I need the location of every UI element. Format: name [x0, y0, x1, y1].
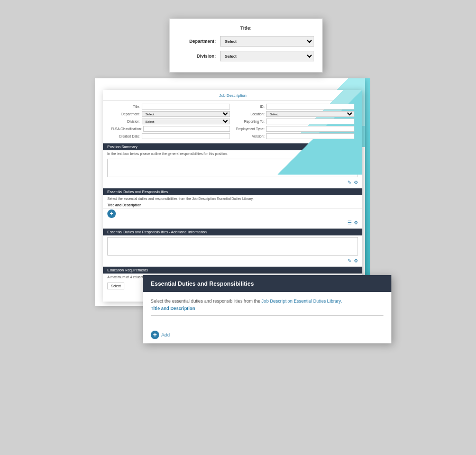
created-field: Created Date: [111, 133, 230, 139]
created-input[interactable] [142, 133, 230, 139]
title-popup: Title: Department: Select Division: Sele… [169, 19, 323, 72]
flsa-label: FLSA Classification: [111, 127, 142, 131]
essential-duties-add-button[interactable]: + [103, 208, 362, 219]
popup-library-link[interactable]: Job Description Essential Duties Library… [261, 298, 342, 304]
popup-department-select[interactable]: Select [220, 36, 314, 47]
popup-title: Title: [178, 25, 314, 31]
division-select[interactable]: Select [142, 119, 230, 124]
title-label: Title: [111, 105, 140, 108]
department-select[interactable]: Select [142, 111, 230, 117]
list-icon[interactable]: ☰ [347, 220, 352, 225]
popup-division-field: Division: Select [178, 51, 314, 61]
version-field: Version: [235, 133, 354, 139]
popup-add-button[interactable]: + Add [143, 326, 391, 343]
employment-field: Employment Type: [235, 126, 354, 132]
popup-sub-link[interactable]: Title and Description [151, 306, 383, 311]
location-field: Location: Select [235, 111, 354, 117]
essential-duties-popup: Essential Duties and Responsibilities Se… [143, 275, 391, 343]
popup-instruction-text: Select the essential duties and responsi… [151, 298, 260, 304]
popup-department-label: Department: [178, 39, 220, 44]
location-label: Location: [235, 112, 264, 116]
location-select[interactable]: Select [266, 111, 354, 117]
add-label: Add [161, 332, 170, 338]
settings-icon[interactable]: ⚙ [354, 180, 358, 185]
education-select-button[interactable]: Select [107, 283, 124, 289]
version-input[interactable] [266, 133, 354, 139]
title-field: Title: [111, 104, 230, 110]
version-label: Version: [235, 134, 264, 138]
employment-label: Employment Type: [235, 127, 264, 131]
popup-department-field: Department: Select [178, 36, 314, 47]
division-field: Division: Select [111, 119, 230, 124]
essential-duties-instruction: Select the essential duties and responsi… [103, 195, 362, 202]
settings2-icon[interactable]: ⚙ [354, 220, 358, 225]
column-title: Title and Description [107, 203, 141, 207]
essential-duties-additional-textarea[interactable] [107, 237, 358, 256]
employment-input[interactable] [266, 126, 354, 132]
popup-division-select[interactable]: Select [220, 51, 314, 61]
education-requirements-bar: Education Requirements [103, 267, 362, 274]
flsa-input[interactable] [143, 126, 230, 132]
essential-duties-additional-bar: Essential Duties and Responsibilities - … [103, 229, 362, 235]
created-label: Created Date: [111, 134, 140, 138]
essential-duties-popup-header: Essential Duties and Responsibilities [143, 275, 391, 292]
reporting-field: Reporting To: [235, 119, 354, 124]
id-input[interactable] [266, 104, 354, 110]
essential-duties-popup-body: Select the essential duties and responsi… [143, 292, 391, 326]
popup-division-label: Division: [178, 53, 220, 59]
reporting-label: Reporting To: [235, 120, 264, 123]
id-field: ID: [235, 104, 354, 110]
edit-icon[interactable]: ✎ [347, 180, 352, 185]
id-label: ID: [235, 105, 264, 108]
main-form-document: Job Description Title: ID: Department: S… [103, 90, 362, 302]
essential-duties-columns: Title and Description [103, 202, 362, 208]
popup-divider [151, 315, 383, 316]
division-label: Division: [111, 120, 140, 123]
edit2-icon[interactable]: ✎ [347, 258, 352, 263]
add-circle-icon-2: + [151, 331, 159, 339]
department-label: Department: [111, 112, 140, 116]
title-input[interactable] [142, 104, 230, 110]
flsa-field: FLSA Classification: [111, 126, 230, 132]
department-field: Department: Select [111, 111, 230, 117]
settings3-icon[interactable]: ⚙ [354, 258, 358, 263]
reporting-input[interactable] [266, 119, 354, 124]
essential-duties-bar: Essential Duties and Responsibilities [103, 188, 362, 195]
scene: Job Description Title: ID: Department: S… [0, 0, 476, 455]
add-circle-icon: + [107, 210, 116, 218]
